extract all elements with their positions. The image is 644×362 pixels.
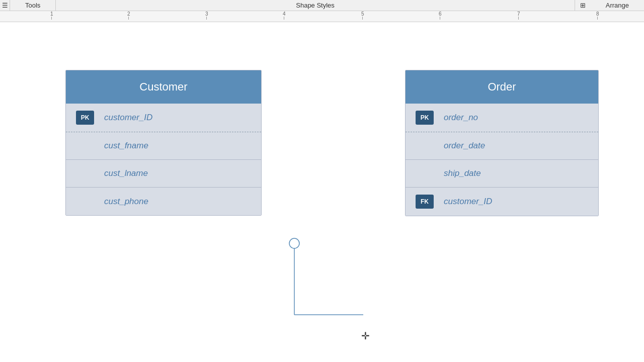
customer-table[interactable]: Customer PK customer_ID cust_fname cust_… <box>65 70 262 216</box>
customer-table-header: Customer <box>66 70 261 104</box>
order-pk-badge: PK <box>416 111 434 125</box>
menu-icon[interactable]: ☰ <box>0 0 10 11</box>
customer-lname-row: cust_lname <box>66 160 261 188</box>
ruler-mark-6: 6 <box>439 11 442 20</box>
ruler: 1 2 3 4 5 6 7 8 <box>0 11 644 22</box>
ruler-mark-1: 1 <box>50 11 53 20</box>
customer-phone-row: cust_phone <box>66 188 261 215</box>
order-fk-badge: FK <box>416 195 434 209</box>
order-title: Order <box>488 80 516 93</box>
order-table-header: Order <box>406 70 598 104</box>
tools-menu[interactable]: Tools <box>10 0 56 11</box>
cursor-icon: ✛ <box>361 330 370 342</box>
ship-date-field: ship_date <box>444 168 481 178</box>
arrange-icon: ⊞ <box>580 2 586 9</box>
order-table[interactable]: Order PK order_no order_date ship_date F… <box>405 70 599 216</box>
order-date-row: order_date <box>406 132 598 160</box>
arrange-label: Arrange <box>606 2 629 9</box>
customer-lname-field: cust_lname <box>104 168 148 178</box>
customer-table-body: PK customer_ID cust_fname cust_lname cus… <box>66 104 261 215</box>
customer-title: Customer <box>139 80 187 93</box>
ruler-mark-3: 3 <box>205 11 208 20</box>
customer-fname-row: cust_fname <box>66 132 261 160</box>
customer-id-field: customer_ID <box>104 113 152 123</box>
ruler-mark-5: 5 <box>361 11 364 20</box>
arrange-menu[interactable]: Arrange <box>591 0 644 11</box>
ship-date-row: ship_date <box>406 160 598 188</box>
svg-point-0 <box>289 238 299 248</box>
customer-phone-field: cust_phone <box>104 197 148 207</box>
order-no-field: order_no <box>444 113 478 123</box>
tools-label: Tools <box>25 2 40 9</box>
ruler-mark-4: 4 <box>283 11 286 20</box>
ruler-mark-7: 7 <box>517 11 520 20</box>
customer-pk-row: PK customer_ID <box>66 104 261 132</box>
order-customer-id-field: customer_ID <box>444 197 492 207</box>
order-pk-row: PK order_no <box>406 104 598 132</box>
ruler-mark-2: 2 <box>127 11 130 20</box>
toolbar: ☰ Tools Shape Styles ⊞ Arrange <box>0 0 644 11</box>
order-date-field: order_date <box>444 141 485 151</box>
canvas: Customer PK customer_ID cust_fname cust_… <box>0 22 644 362</box>
order-table-body: PK order_no order_date ship_date FK cust… <box>406 104 598 216</box>
shape-styles-menu[interactable]: Shape Styles <box>56 0 575 11</box>
ruler-mark-8: 8 <box>596 11 599 20</box>
customer-fname-field: cust_fname <box>104 141 148 151</box>
customer-pk-badge: PK <box>76 111 94 125</box>
order-fk-row: FK customer_ID <box>406 188 598 216</box>
arrange-icon-container: ⊞ <box>575 0 591 11</box>
shape-styles-label: Shape Styles <box>296 2 335 9</box>
